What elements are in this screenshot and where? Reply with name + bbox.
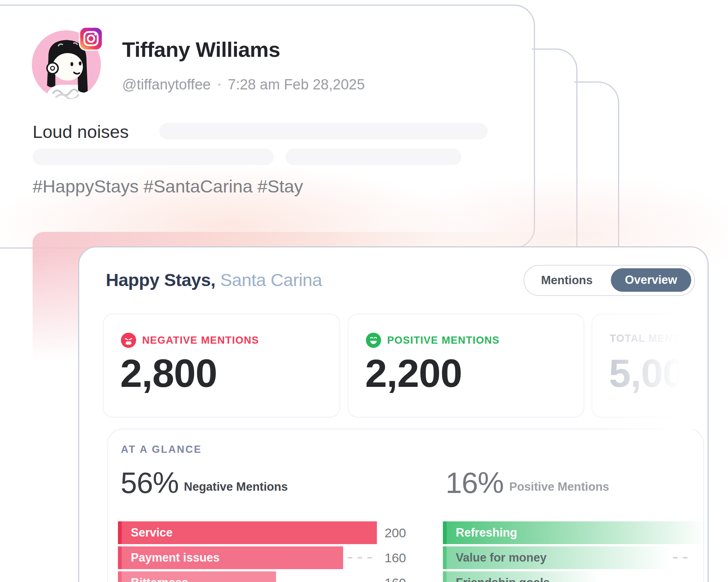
post-timestamp: 7:28 am Feb 28,2025	[228, 77, 365, 93]
tab-overview[interactable]: Overview	[611, 268, 691, 292]
bar-cap	[118, 546, 122, 569]
bar-cap	[118, 571, 122, 582]
bar-category-label: Payment issues	[131, 551, 220, 565]
bar-cap	[443, 521, 447, 544]
angry-face-icon	[121, 333, 136, 348]
instagram-icon	[79, 27, 103, 51]
analytics-dashboard-card: Happy Stays, Santa Carina Mentions Overv…	[78, 246, 709, 582]
bar-row-friendship-goals: Friendship goals	[443, 571, 709, 582]
bar-category-label: Bitterness	[131, 576, 188, 582]
bar: Refreshing	[443, 521, 705, 544]
negative-percent: 56%	[121, 466, 179, 500]
bar-row-bitterness: Bitterness160	[118, 571, 408, 582]
bar-value: 160	[379, 571, 406, 582]
bar-category-label: Refreshing	[456, 526, 517, 540]
post-hashtags: #HappyStays #SantaCarina #Stay	[33, 176, 303, 197]
bar-cap	[118, 521, 122, 544]
stat-label: NEGATIVE MENTIONS	[142, 335, 259, 346]
negative-percent-label: Negative Mentions	[184, 480, 288, 494]
redacted-text-bar	[159, 123, 488, 139]
total-mentions-card: TOTAL MENTIONS 5,000	[592, 314, 709, 418]
bar-row-payment-issues: Payment issues160	[118, 546, 408, 569]
post-author-name: Tiffany Williams	[122, 37, 280, 62]
bar-value: 160	[379, 546, 406, 569]
positive-percent: 16%	[446, 466, 504, 500]
tab-mentions[interactable]: Mentions	[524, 266, 609, 295]
bar-category-label: Friendship goals	[456, 576, 550, 582]
bar: Service	[118, 521, 377, 544]
section-heading: AT A GLANCE	[121, 444, 202, 455]
bar: Value for money	[443, 546, 668, 569]
dashed-leader-line	[348, 557, 373, 559]
bar-category-label: Value for money	[456, 551, 546, 565]
post-meta: @tiffanytoffee • 7:28 am Feb 28,2025	[122, 77, 365, 93]
bar-row-value-for-money: Value for money	[443, 546, 709, 569]
bar: Payment issues	[118, 546, 343, 569]
bar-cap	[443, 546, 447, 569]
post-handle: @tiffanytoffee	[122, 77, 211, 93]
post-text: Loud noises	[33, 121, 129, 142]
dot-separator-icon: •	[218, 79, 221, 91]
bar: Friendship goals	[443, 571, 598, 582]
negative-topics-bar-chart: Service200Payment issues160Bitterness160	[118, 521, 408, 582]
at-a-glance-card: AT A GLANCE 56% Negative Mentions 16% Po…	[107, 429, 704, 582]
stat-label: TOTAL MENTIONS	[610, 333, 706, 344]
social-post: Tiffany Williams @tiffanytoffee • 7:28 a…	[0, 0, 728, 265]
redacted-text-bar	[286, 149, 461, 165]
stat-value: 2,800	[120, 351, 217, 396]
redacted-text-bar	[33, 149, 274, 165]
positive-mentions-card: POSITIVE MENTIONS 2,200	[348, 314, 584, 418]
page: Tiffany Williams @tiffanytoffee • 7:28 a…	[0, 0, 728, 582]
laughing-face-icon	[366, 333, 381, 348]
negative-mentions-card: NEGATIVE MENTIONS 2,800	[103, 314, 340, 418]
bar-value: 200	[379, 521, 406, 544]
stat-label: POSITIVE MENTIONS	[387, 335, 500, 346]
stat-value: 5,000	[609, 351, 706, 396]
dashed-leader-line	[673, 557, 691, 559]
dashboard-title-secondary: Santa Carina	[220, 270, 322, 290]
dashboard-title: Happy Stays, Santa Carina	[106, 269, 322, 290]
positive-percent-label: Positive Mentions	[509, 480, 609, 494]
positive-topics-bar-chart: RefreshingValue for moneyFriendship goal…	[443, 521, 709, 582]
bar: Bitterness	[118, 571, 276, 582]
view-toggle: Mentions Overview	[524, 265, 695, 296]
bar-category-label: Service	[131, 526, 173, 540]
stat-value: 2,200	[365, 351, 462, 396]
bar-cap	[443, 571, 447, 582]
bar-row-refreshing: Refreshing	[443, 521, 709, 544]
dashboard-title-primary: Happy Stays,	[106, 270, 215, 290]
bar-row-service: Service200	[118, 521, 408, 544]
